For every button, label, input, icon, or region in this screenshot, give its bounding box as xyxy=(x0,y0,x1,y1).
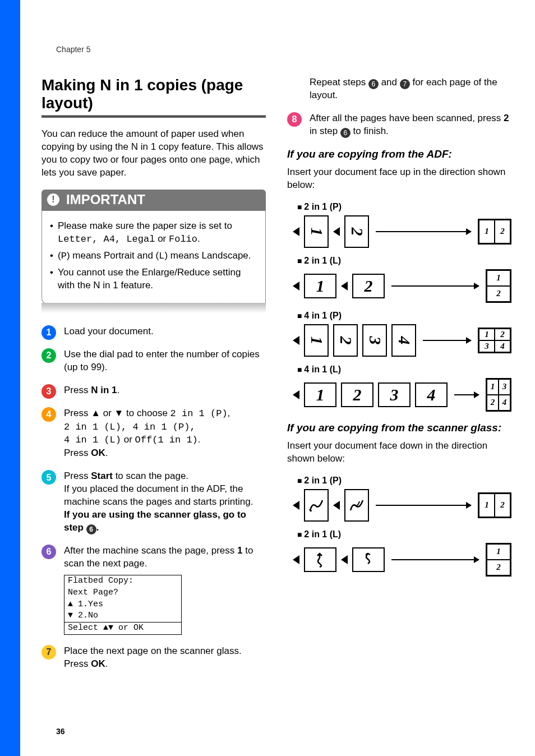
cell-1: 1 xyxy=(304,382,336,407)
arrow-icon xyxy=(391,559,479,560)
important-box: ! IMPORTANT Please make sure the paper s… xyxy=(41,190,266,313)
step-1: 1Load your document. xyxy=(41,325,266,338)
lcd-line-2: Next Page? xyxy=(64,587,181,599)
cell-1: 1 xyxy=(304,215,329,248)
chapter-label: Chapter 5 xyxy=(56,45,90,54)
inline-badge-6c: 6 xyxy=(340,128,350,138)
adf-4in1l-diagram: 1 2 3 4 1324 xyxy=(293,378,511,412)
steps-list: 1Load your document. 2Use the dial pad t… xyxy=(41,325,266,671)
cell-1-facedown xyxy=(304,547,336,572)
arrow-icon xyxy=(376,231,471,232)
cell-1: 1 xyxy=(304,324,329,357)
lcd-line-1: Flatbed Copy: xyxy=(64,575,181,587)
page: Chapter 5 36 Making N in 1 copies (page … xyxy=(20,0,535,756)
step-3: 3Press N in 1. xyxy=(41,384,266,397)
intro-paragraph: You can reduce the amount of paper used … xyxy=(41,128,266,179)
important-header: ! IMPORTANT xyxy=(41,190,266,211)
left-arrow-icon xyxy=(293,501,299,510)
cell-2-facedown xyxy=(344,489,369,522)
result-grid: 12 xyxy=(486,543,511,577)
left-accent-bar xyxy=(0,0,20,756)
glass-intro: Insert your document face down in the di… xyxy=(287,440,511,465)
left-arrow-icon xyxy=(341,555,348,564)
step-badge-5: 5 xyxy=(41,470,56,485)
step-6: 6 After the machine scans the page, pres… xyxy=(41,545,266,635)
important-icon: ! xyxy=(47,193,59,206)
left-arrow-icon xyxy=(293,555,299,564)
left-column: Making N in 1 copies (page layout) You c… xyxy=(41,76,266,681)
left-arrow-icon xyxy=(333,501,340,510)
cell-1-facedown xyxy=(304,489,329,522)
glass-2in1l-diagram: 12 xyxy=(293,543,511,577)
arrow-icon xyxy=(423,340,471,341)
result-grid: 12 xyxy=(486,269,511,303)
left-arrow-icon xyxy=(293,227,299,236)
adf-2in1l-label: 2 in 1 (L) xyxy=(297,256,511,266)
cell-4: 4 xyxy=(415,382,448,407)
lcd-line-5: Select ▲▼ or OK xyxy=(64,622,181,634)
cell-3: 3 xyxy=(362,324,387,357)
lcd-display: Flatbed Copy: Next Page? ▲ 1.Yes ▼ 2.No … xyxy=(64,575,182,635)
important-title: IMPORTANT xyxy=(66,192,145,208)
important-item-2: (P) means Portrait and (L) means Landsca… xyxy=(50,250,257,263)
adf-2in1l-diagram: 1 2 12 xyxy=(293,269,511,303)
left-arrow-icon xyxy=(293,390,299,399)
step-2: 2Use the dial pad to enter the number of… xyxy=(41,348,266,374)
glass-2in1l-label: 2 in 1 (L) xyxy=(297,529,511,540)
right-column: Repeat steps 6 and 7 for each page of th… xyxy=(287,76,511,681)
step-badge-2: 2 xyxy=(41,348,56,363)
step-badge-8: 8 xyxy=(287,112,302,127)
heading-rule xyxy=(41,116,266,118)
adf-2in1p-label: 2 in 1 (P) xyxy=(297,202,511,212)
step-badge-4: 4 xyxy=(41,407,56,422)
left-arrow-icon xyxy=(293,282,299,291)
step-badge-1: 1 xyxy=(41,325,56,340)
cell-2: 2 xyxy=(352,274,385,298)
step-badge-3: 3 xyxy=(41,384,56,399)
step-badge-7: 7 xyxy=(41,645,56,660)
glass-heading: If you are copying from the scanner glas… xyxy=(287,422,511,434)
adf-heading: If you are copying from the ADF: xyxy=(287,148,511,160)
inline-badge-7: 7 xyxy=(400,79,410,89)
result-grid: 12 xyxy=(478,492,511,518)
step-badge-6: 6 xyxy=(41,545,56,559)
result-grid: 1234 xyxy=(478,328,511,353)
step-4: 4 Press ▲ or ▼ to choose 2 in 1 (P), 2 i… xyxy=(41,407,266,460)
adf-4in1p-label: 4 in 1 (P) xyxy=(297,311,511,321)
step-7: 7 Place the next page on the scanner gla… xyxy=(41,645,266,671)
glass-2in1p-label: 2 in 1 (P) xyxy=(297,476,511,486)
section-heading: Making N in 1 copies (page layout) xyxy=(41,76,266,112)
inline-badge-6b: 6 xyxy=(368,79,379,89)
cell-2: 2 xyxy=(344,215,369,248)
left-arrow-icon xyxy=(333,227,340,236)
cell-1: 1 xyxy=(304,274,336,298)
result-grid: 12 xyxy=(478,219,511,245)
important-shadow xyxy=(41,303,266,313)
left-arrow-icon xyxy=(293,336,299,345)
cell-4: 4 xyxy=(391,324,416,357)
arrow-icon xyxy=(376,505,471,506)
adf-4in1p-diagram: 1 2 3 4 1234 xyxy=(293,324,511,357)
lcd-line-3: ▲ 1.Yes xyxy=(64,599,181,611)
cell-2-facedown xyxy=(352,547,385,572)
adf-4in1l-label: 4 in 1 (L) xyxy=(297,365,511,375)
adf-2in1p-diagram: 1 2 12 xyxy=(293,215,511,248)
cell-2: 2 xyxy=(341,382,373,407)
cell-3: 3 xyxy=(378,382,411,407)
adf-intro: Insert your document face up in the dire… xyxy=(287,166,511,192)
important-body: Please make sure the paper size is set t… xyxy=(41,211,266,304)
arrow-icon xyxy=(391,285,479,287)
important-item-1: Please make sure the paper size is set t… xyxy=(50,220,257,246)
left-arrow-icon xyxy=(341,282,348,291)
step-8: 8 After all the pages have been scanned,… xyxy=(287,112,511,138)
page-number: 36 xyxy=(56,727,65,736)
step-5: 5 Press Start to scan the page. If you p… xyxy=(41,470,266,534)
arrow-icon xyxy=(454,394,479,395)
result-grid: 1324 xyxy=(486,378,511,412)
inline-badge-6: 6 xyxy=(86,524,96,534)
glass-2in1p-diagram: 12 xyxy=(293,489,511,522)
important-item-3: You cannot use the Enlarge/Reduce settin… xyxy=(50,266,257,292)
steps-list-right: 8 After all the pages have been scanned,… xyxy=(287,112,511,138)
lcd-line-4: ▼ 2.No xyxy=(64,610,181,622)
repeat-note: Repeat steps 6 and 7 for each page of th… xyxy=(287,76,511,102)
